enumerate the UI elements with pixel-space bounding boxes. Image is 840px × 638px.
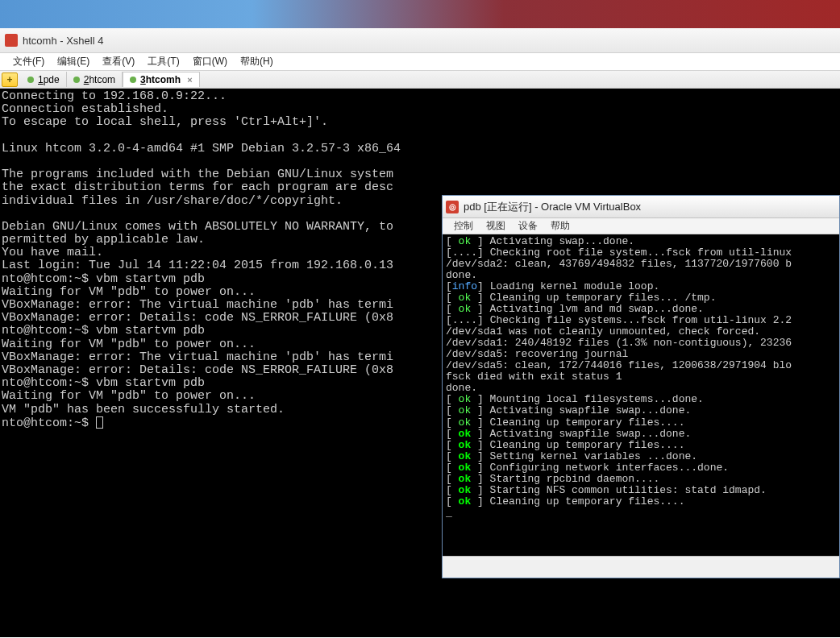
menu-item[interactable]: 编辑(E) xyxy=(51,53,96,70)
xshell-titlebar[interactable]: htcomh - Xshell 4 xyxy=(0,28,840,53)
virtualbox-statusbar xyxy=(443,556,839,576)
menu-item[interactable]: 查看(V) xyxy=(96,53,141,70)
menu-item[interactable]: 窗口(W) xyxy=(186,53,234,70)
virtualbox-title: pdb [正在运行] - Oracle VM VirtualBox xyxy=(464,200,641,214)
menu-item[interactable]: 工具(T) xyxy=(141,53,185,70)
session-tab-pde[interactable]: 1 pde xyxy=(21,72,67,87)
console-cursor: _ xyxy=(446,508,836,519)
close-tab-icon[interactable]: × xyxy=(187,75,192,85)
status-dot-icon xyxy=(73,77,80,83)
menu-item[interactable]: 帮助 xyxy=(544,218,576,234)
session-tab-htcom[interactable]: 2 htcom xyxy=(67,72,123,87)
menu-item[interactable]: 控制 xyxy=(447,218,480,234)
xshell-tabbar: + 1 pde2 htcom3 htcomh× xyxy=(0,71,840,89)
session-tab-htcomh[interactable]: 3 htcomh× xyxy=(123,72,199,87)
menu-item[interactable]: 视图 xyxy=(480,218,512,234)
virtualbox-console[interactable]: [ ok ] Activating swap...done.[....] Che… xyxy=(443,234,839,556)
virtualbox-titlebar[interactable]: ◎ pdb [正在运行] - Oracle VM VirtualBox xyxy=(443,196,839,218)
menu-item[interactable]: 设备 xyxy=(512,218,544,234)
virtualbox-window: ◎ pdb [正在运行] - Oracle VM VirtualBox 控制视图… xyxy=(442,195,840,578)
virtualbox-menubar: 控制视图设备帮助 xyxy=(443,218,839,234)
terminal-cursor xyxy=(96,416,103,429)
menu-item[interactable]: 文件(F) xyxy=(6,53,51,70)
menu-item[interactable]: 帮助(H) xyxy=(234,53,280,70)
virtualbox-app-icon: ◎ xyxy=(446,201,459,213)
new-tab-button[interactable]: + xyxy=(2,72,18,87)
xshell-menubar: 文件(F)编辑(E)查看(V)工具(T)窗口(W)帮助(H) xyxy=(0,53,840,71)
xshell-title: htcomh - Xshell 4 xyxy=(23,35,103,47)
desktop-background xyxy=(0,0,840,28)
status-dot-icon xyxy=(130,77,136,83)
xshell-app-icon xyxy=(5,34,18,47)
status-dot-icon xyxy=(27,77,34,83)
